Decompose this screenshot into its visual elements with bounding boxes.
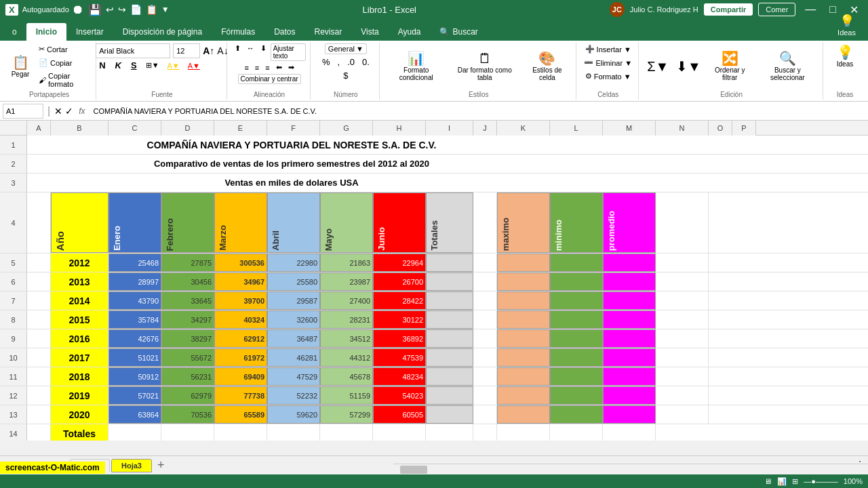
merge-center-button[interactable]: Combinar y centrar <box>238 74 301 84</box>
cell-year-11[interactable]: 2018 <box>51 367 108 386</box>
formula-input[interactable] <box>91 107 866 115</box>
cell-max-6[interactable] <box>497 272 550 291</box>
cell-min-8[interactable] <box>550 310 603 329</box>
sort-filter-button[interactable]: 🔀 Ordenar y filtrar <box>706 49 754 83</box>
cell-abril-6[interactable]: 25580 <box>267 272 320 291</box>
align-left-icon[interactable]: ≡ <box>242 63 250 73</box>
header-cell-enero[interactable]: Enero <box>108 192 161 253</box>
cell-max-10[interactable] <box>497 348 550 367</box>
cell-prom-12[interactable] <box>603 386 656 405</box>
decrease-decimal-button[interactable]: 0. <box>359 56 372 68</box>
cell-max-8[interactable] <box>497 310 550 329</box>
totales-min[interactable] <box>550 424 603 441</box>
cell-totales-11[interactable] <box>426 367 473 386</box>
tab-ayuda[interactable]: Ayuda <box>389 23 431 41</box>
fill-button[interactable]: ⬇▼ <box>674 58 703 75</box>
percent-button[interactable]: % <box>319 56 333 68</box>
cell-junio-10[interactable]: 47539 <box>373 348 426 367</box>
header-cell-year[interactable]: Año <box>51 192 108 253</box>
normal-view-icon[interactable]: 🖥 <box>764 477 772 485</box>
cell-min-13[interactable] <box>550 405 603 424</box>
tab-inicio[interactable]: Inicio <box>26 23 66 41</box>
cell-min-11[interactable] <box>550 367 603 386</box>
bold-button[interactable]: N <box>96 60 108 71</box>
confirm-formula-icon[interactable]: ✓ <box>65 106 73 117</box>
file-icon[interactable]: 📄 <box>130 4 142 15</box>
totales-totales[interactable] <box>426 424 473 441</box>
totales-label-cell[interactable]: Totales <box>51 424 108 441</box>
paste-button[interactable]: 📋 Pegar <box>7 54 34 80</box>
cell-marzo-11[interactable]: 69409 <box>214 367 267 386</box>
cell-totales-9[interactable] <box>426 329 473 348</box>
cancel-formula-icon[interactable]: ✕ <box>54 106 62 117</box>
borders-button[interactable]: ⊞▼ <box>143 60 162 70</box>
col-header-n[interactable]: N <box>656 121 709 136</box>
col-header-k[interactable]: K <box>497 121 550 136</box>
cell-enero-10[interactable]: 51021 <box>108 348 161 367</box>
conditional-format-button[interactable]: 📊 Formato condicional <box>385 49 447 83</box>
decrease-font-icon[interactable]: A↓ <box>217 45 228 56</box>
header-cell-febrero[interactable]: Febrero <box>161 192 214 253</box>
cell-febrero-11[interactable]: 56231 <box>161 367 214 386</box>
totales-max[interactable] <box>497 424 550 441</box>
redo-icon[interactable]: ↪ <box>118 4 126 15</box>
col-header-e[interactable]: E <box>214 121 267 136</box>
cell-junio-9[interactable]: 36892 <box>373 329 426 348</box>
insert-cells-button[interactable]: ➕ Insertar ▼ <box>583 43 634 55</box>
cell-year-13[interactable]: 2020 <box>51 405 108 424</box>
cell-enero-5[interactable]: 25468 <box>108 253 161 272</box>
cell-totales-5[interactable] <box>426 253 473 272</box>
cell-febrero-10[interactable]: 55672 <box>161 348 214 367</box>
currency-button[interactable]: $ <box>340 70 351 81</box>
cell-enero-6[interactable]: 28997 <box>108 272 161 291</box>
tab-formulas[interactable]: Fórmulas <box>212 23 264 41</box>
tab-disposicion[interactable]: Disposición de página <box>113 23 212 41</box>
col-header-h[interactable]: H <box>373 121 426 136</box>
cell-max-7[interactable] <box>497 291 550 310</box>
number-format-selector[interactable]: General ▼ <box>325 43 367 54</box>
minimize-icon[interactable]: — <box>801 2 820 17</box>
page-break-icon[interactable]: ⊞ <box>792 477 798 486</box>
cell-min-10[interactable] <box>550 348 603 367</box>
ideas-button[interactable]: 💡 Ideas <box>831 43 859 70</box>
cell-reference-input[interactable] <box>3 104 43 119</box>
cell-max-11[interactable] <box>497 367 550 386</box>
align-bottom-icon[interactable]: ⬇ <box>258 43 269 61</box>
cell-mayo-8[interactable]: 28231 <box>320 310 373 329</box>
col-header-l[interactable]: L <box>550 121 603 136</box>
cut-button[interactable]: ✂ Cortar <box>36 43 92 55</box>
title-cell-2[interactable]: Comparativo de ventas de los primero sem… <box>27 155 556 173</box>
align-right-icon[interactable]: ≡ <box>263 63 271 73</box>
cell-febrero-6[interactable]: 30456 <box>161 272 214 291</box>
col-header-d[interactable]: D <box>161 121 214 136</box>
cell-abril-12[interactable]: 52232 <box>267 386 320 405</box>
sum-button[interactable]: Σ▼ <box>644 58 671 75</box>
font-size-selector[interactable] <box>173 43 200 58</box>
share-button[interactable]: Compartir <box>704 3 753 16</box>
col-header-b[interactable]: B <box>51 121 108 136</box>
horizontal-scrollbar[interactable] <box>393 464 868 474</box>
tab-datos[interactable]: Datos <box>264 23 304 41</box>
cell-prom-9[interactable] <box>603 329 656 348</box>
indent-left-icon[interactable]: ⬅ <box>274 62 284 73</box>
col-header-g[interactable]: G <box>320 121 373 136</box>
totales-prom[interactable] <box>603 424 656 441</box>
header-cell-minimo[interactable]: minimo <box>550 192 603 253</box>
delete-cells-button[interactable]: ➖ Eliminar ▼ <box>581 57 635 68</box>
cell-junio-8[interactable]: 30122 <box>373 310 426 329</box>
comma-button[interactable]: , <box>334 56 342 68</box>
cell-abril-7[interactable]: 29587 <box>267 291 320 310</box>
cell-prom-5[interactable] <box>603 253 656 272</box>
tab-vista[interactable]: Vista <box>351 23 388 41</box>
cell-year-9[interactable]: 2016 <box>51 329 108 348</box>
italic-button[interactable]: K <box>112 60 125 71</box>
cell-febrero-12[interactable]: 62979 <box>161 386 214 405</box>
cell-enero-8[interactable]: 35784 <box>108 310 161 329</box>
sheet-tab-hoja3[interactable]: Hoja3 <box>111 459 152 472</box>
wrap-text-button[interactable]: Ajustar texto <box>271 43 307 61</box>
undo-icon[interactable]: ↩ <box>106 4 114 15</box>
cell-junio-13[interactable]: 60505 <box>373 405 426 424</box>
cell-junio-7[interactable]: 28422 <box>373 291 426 310</box>
header-cell-junio[interactable]: Junio <box>373 192 426 253</box>
cell-min-5[interactable] <box>550 253 603 272</box>
